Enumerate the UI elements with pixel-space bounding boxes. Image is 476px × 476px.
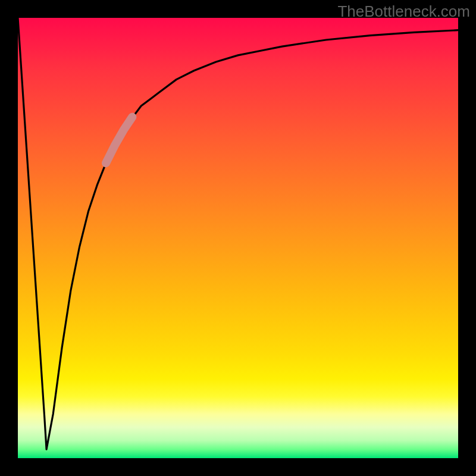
watermark-label: TheBottleneck.com [337,2,470,21]
curve-svg [18,18,458,458]
chart-container: TheBottleneck.com [0,0,476,476]
highlight-segment-icon [106,117,132,164]
bottleneck-curve [18,18,458,449]
plot-area [18,18,458,458]
